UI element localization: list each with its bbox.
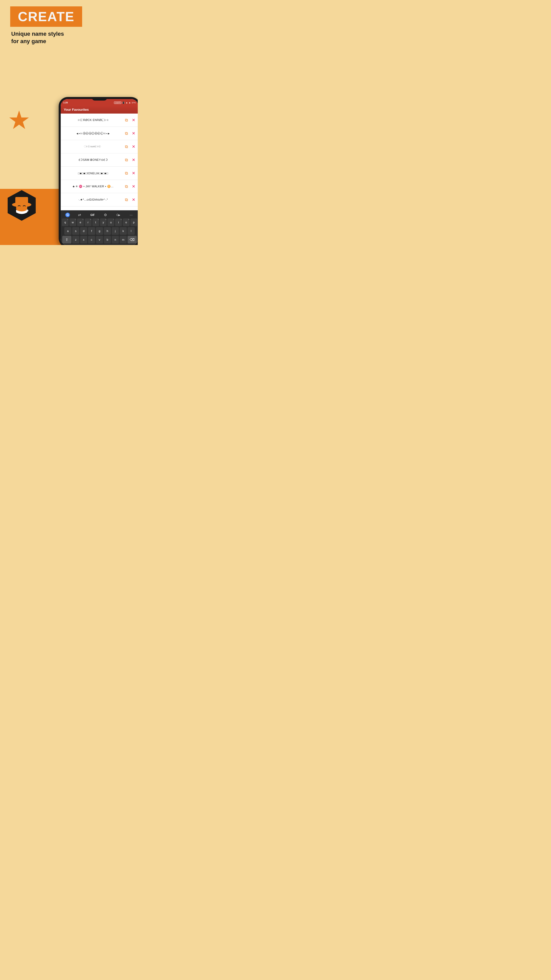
svg-point-5 xyxy=(27,210,28,211)
create-banner: CREATE xyxy=(10,6,82,27)
fav-name-2: ◄•᯾ⓂⒶⓃⒾⓂⒶⓁ᯾•► xyxy=(63,132,124,135)
fav-item-1: ✩☆꙰ RØCK ENRØL ꙰☆✩ ⧉ ✕ xyxy=(61,114,138,127)
phone-notch xyxy=(92,97,107,100)
key-r[interactable]: 4r xyxy=(85,218,92,226)
copy-button-4[interactable]: ⧉ xyxy=(124,157,129,163)
key-j[interactable]: j xyxy=(112,227,119,235)
settings-icon[interactable]: ⚙ xyxy=(103,212,108,218)
create-title: CREATE xyxy=(18,9,75,24)
fav-name-6: ♣ ✳ ♓ • JAY WALKER • ♊... xyxy=(63,185,124,188)
shift-key[interactable]: ⇧ xyxy=(62,236,71,243)
vowifi-label: VoWIFI xyxy=(114,102,121,104)
keyboard-row-1: 1q 2w 3e 4r 5t 6y 7u 8i 9o p xyxy=(62,218,137,226)
key-f[interactable]: f xyxy=(88,227,95,235)
status-icons: VoWIFI 📳 ▲ ▲ 37% xyxy=(114,101,136,104)
battery-level: 37% xyxy=(132,102,136,104)
fav-item-3: ꙰✩☆꙰ sumi ꙰✩☆꙰ ⧉ ✕ xyxy=(61,140,138,153)
phone-outer: 1:25 VoWIFI 📳 ▲ ▲ 37% Your Favourites ✩☆… xyxy=(59,97,138,245)
vibrate-icon: 📳 xyxy=(122,102,125,104)
delete-button-7[interactable]: ✕ xyxy=(130,197,136,203)
copy-button-7[interactable]: ⧉ xyxy=(124,197,129,203)
key-t[interactable]: 5t xyxy=(92,218,99,226)
keyboard-row-2: a s d f g h j k l xyxy=(62,227,137,235)
fav-name-3: ꙰✩☆꙰ sumi ꙰✩☆꙰ xyxy=(63,145,124,148)
copy-button-2[interactable]: ⧉ xyxy=(124,130,129,137)
sticker-icon[interactable]: ⇄ xyxy=(77,212,82,218)
key-e[interactable]: 3e xyxy=(77,218,84,226)
tagline: Unique name styles for any game xyxy=(11,30,127,45)
key-o[interactable]: 9o xyxy=(123,218,130,226)
fav-item-2: ◄•᯾ⓂⒶⓃⒾⓂⒶⓁ᯾•► ⧉ ✕ xyxy=(61,127,138,140)
key-c[interactable]: c xyxy=(88,236,95,243)
key-w[interactable]: 2w xyxy=(69,218,76,226)
key-x[interactable]: x xyxy=(80,236,87,243)
copy-button-5[interactable]: ⧉ xyxy=(124,170,129,177)
gif-button[interactable]: GIF xyxy=(89,213,96,217)
fav-item-7: ·.★*...crEiGhhtoN•°·.° ⧉ ✕ xyxy=(61,193,138,207)
translate-icon[interactable]: G▶ xyxy=(115,213,121,217)
key-g[interactable]: g xyxy=(96,227,103,235)
delete-button-4[interactable]: ✕ xyxy=(130,157,136,163)
phone-screen: 1:25 VoWIFI 📳 ▲ ▲ 37% Your Favourites ✩☆… xyxy=(61,99,138,245)
key-q[interactable]: 1q xyxy=(62,218,68,226)
delete-button-2[interactable]: ✕ xyxy=(130,130,136,137)
keyboard-toolbar: G ⇄ GIF ⚙ G▶ ··· xyxy=(62,212,137,218)
app-logo xyxy=(5,189,38,222)
copy-button-1[interactable]: ⧉ xyxy=(124,117,129,124)
status-time: 1:25 xyxy=(63,101,68,104)
header-section: CREATE Unique name styles for any game xyxy=(0,0,138,48)
fav-name-1: ✩☆꙰ RØCK ENRØL ꙰☆✩ xyxy=(63,118,124,122)
key-s[interactable]: s xyxy=(72,227,79,235)
app-title: Your Favourites xyxy=(64,108,89,111)
delete-button-5[interactable]: ✕ xyxy=(130,170,136,177)
key-b[interactable]: b xyxy=(104,236,111,243)
key-y[interactable]: 6y xyxy=(100,218,107,226)
fav-name-7: ·.★*...crEiGhhtoN•°·.° xyxy=(63,198,124,201)
more-icon[interactable]: ··· xyxy=(129,212,134,218)
fav-name-4: ℭℑSÁM ɃONEY⊙ℭℑ xyxy=(63,158,124,162)
fav-item-6: ♣ ✳ ♓ • JAY WALKER • ♊... ⧉ ✕ xyxy=(61,180,138,193)
key-z[interactable]: z xyxy=(72,236,79,243)
fav-item-8: ♡o..oO♡LILLITH♡Oo..o♡ ⧉ ✕ xyxy=(61,207,138,210)
key-i[interactable]: 8i xyxy=(115,218,122,226)
logo-hex-icon xyxy=(5,189,38,222)
tagline-line2: for any game xyxy=(11,38,46,45)
key-m[interactable]: m xyxy=(120,236,127,243)
key-u[interactable]: 7u xyxy=(107,218,114,226)
fav-name-5: □■□■□IONELIA□■□■□ xyxy=(63,172,124,175)
copy-button-6[interactable]: ⧉ xyxy=(124,183,129,190)
star-icon: ★ xyxy=(8,107,33,133)
backspace-key[interactable]: ⌫ xyxy=(127,236,137,243)
delete-button-3[interactable]: ✕ xyxy=(130,143,136,150)
key-k[interactable]: k xyxy=(120,227,127,235)
delete-button-6[interactable]: ✕ xyxy=(130,183,136,190)
key-p[interactable]: p xyxy=(130,218,137,226)
star-decoration: ★ xyxy=(8,107,33,133)
fav-item-4: ℭℑSÁM ɃONEY⊙ℭℑ ⧉ ✕ xyxy=(61,153,138,167)
key-h[interactable]: h xyxy=(104,227,111,235)
key-v[interactable]: v xyxy=(96,236,103,243)
keyboard: G ⇄ GIF ⚙ G▶ ··· 1q 2w 3e 4r 5t 6y 7u 8i xyxy=(61,210,138,245)
fav-item-5: □■□■□IONELIA□■□■□ ⧉ ✕ xyxy=(61,167,138,180)
key-n[interactable]: n xyxy=(112,236,119,243)
key-l[interactable]: l xyxy=(127,227,135,235)
keyboard-row-3: ⇧ z x c v b n m ⌫ xyxy=(62,236,137,243)
key-a[interactable]: a xyxy=(64,227,71,235)
delete-button-1[interactable]: ✕ xyxy=(130,117,136,124)
tagline-line1: Unique name styles xyxy=(11,30,64,37)
phone-mockup: 1:25 VoWIFI 📳 ▲ ▲ 37% Your Favourites ✩☆… xyxy=(59,97,138,245)
app-header: Your Favourites xyxy=(61,106,138,114)
google-icon[interactable]: G xyxy=(65,213,70,217)
signal-icon: ▲ xyxy=(129,101,131,104)
copy-button-3[interactable]: ⧉ xyxy=(124,143,129,150)
wifi-icon: ▲ xyxy=(125,101,128,104)
favourites-list: ✩☆꙰ RØCK ENRØL ꙰☆✩ ⧉ ✕ ◄•᯾ⓂⒶⓃⒾⓂⒶⓁ᯾•► ⧉ ✕… xyxy=(61,114,138,210)
key-d[interactable]: d xyxy=(80,227,87,235)
